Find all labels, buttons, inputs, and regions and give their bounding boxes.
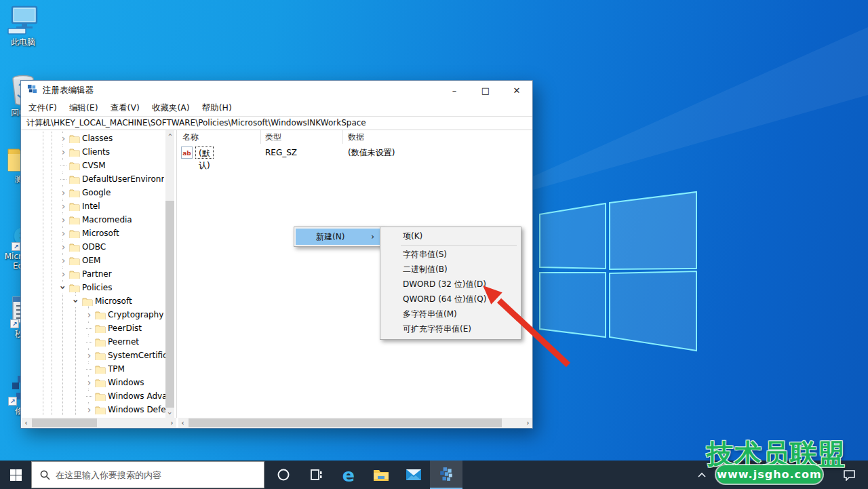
tree-leaf-stub <box>59 160 68 171</box>
edge-taskbar-button[interactable]: e <box>332 461 365 489</box>
tree-item[interactable]: Microsoft <box>21 227 165 240</box>
column-header-type[interactable]: 类型 <box>265 130 281 144</box>
tree-item[interactable]: PeerDist <box>21 321 165 335</box>
wallpaper-beam <box>533 27 868 190</box>
column-header-name[interactable]: 名称 <box>182 130 199 144</box>
chevron-right-icon[interactable] <box>85 309 94 320</box>
tree-item[interactable]: SystemCertifica <box>21 349 165 362</box>
column-header-data[interactable]: 数据 <box>348 130 364 144</box>
chevron-up-icon <box>698 472 706 477</box>
taskbar-search-box[interactable] <box>31 461 264 488</box>
tree-item[interactable]: DefaultUserEnvironr <box>21 172 165 186</box>
column-separator[interactable] <box>342 130 343 144</box>
menu-favorites[interactable]: 收藏夹(A) <box>146 102 196 114</box>
tree-item-label: DefaultUserEnvironr <box>82 172 164 186</box>
menu-edit[interactable]: 编辑(E) <box>63 102 104 114</box>
tree-horizontal-scrollbar[interactable]: ‹ › <box>22 418 176 428</box>
tree-item-label: Cryptography <box>108 308 163 321</box>
chevron-right-icon[interactable] <box>59 214 68 225</box>
value-name-text[interactable]: (默认) <box>195 146 214 159</box>
tree-item[interactable]: Clients <box>21 145 165 159</box>
tree-item-label: CVSM <box>82 159 106 172</box>
chevron-right-icon[interactable] <box>59 146 68 157</box>
file-explorer-button[interactable] <box>365 461 397 489</box>
tree-item[interactable]: Intel <box>21 199 165 213</box>
menu-file[interactable]: 文件(F) <box>22 102 63 114</box>
folder-icon <box>94 351 108 360</box>
menu-help[interactable]: 帮助(H) <box>196 102 238 114</box>
chevron-right-icon[interactable] <box>59 228 68 239</box>
chevron-right-icon[interactable] <box>85 350 94 361</box>
desktop-icon-label: 此电脑 <box>1 37 45 47</box>
pane-splitter[interactable] <box>176 130 177 418</box>
tree-item[interactable]: CVSM <box>21 159 165 172</box>
menu-view[interactable]: 查看(V) <box>104 102 146 114</box>
list-horizontal-scrollbar[interactable]: ‹ › <box>178 418 532 428</box>
tree-item[interactable]: Windows Defe <box>21 403 165 416</box>
context-menu: 新建(N) › <box>294 227 382 247</box>
tree-item[interactable]: OEM <box>21 254 165 267</box>
shortcut-arrow-icon: ↗ <box>12 242 20 251</box>
tree-leaf-stub <box>85 391 94 402</box>
scroll-up-icon[interactable]: › <box>165 130 174 139</box>
tree-item[interactable]: Windows Adva <box>21 389 165 403</box>
folder-icon <box>94 378 108 387</box>
chevron-right-icon[interactable] <box>59 201 68 212</box>
title-bar[interactable]: 注册表编辑器 – □ ✕ <box>21 81 532 100</box>
close-button[interactable]: ✕ <box>501 81 532 100</box>
chevron-down-icon[interactable] <box>59 282 68 293</box>
scrollbar-thumb[interactable] <box>165 201 174 408</box>
tree-vertical-scrollbar[interactable]: › › <box>165 130 174 418</box>
task-view-button[interactable] <box>300 461 332 489</box>
tree-item[interactable]: TPM <box>21 362 165 376</box>
scrollbar-thumb[interactable] <box>32 418 97 427</box>
minimize-button[interactable]: – <box>439 81 470 100</box>
chevron-right-icon[interactable] <box>59 255 68 266</box>
tree-item-label: Intel <box>82 199 100 213</box>
scroll-down-icon[interactable]: › <box>165 409 174 418</box>
mail-button[interactable] <box>397 461 430 489</box>
tree-item[interactable]: Windows <box>21 376 165 389</box>
address-bar[interactable]: 计算机\HKEY_LOCAL_MACHINE\SOFTWARE\Policies… <box>21 116 532 130</box>
tree-item[interactable]: Partner <box>21 267 165 281</box>
folder-icon <box>94 406 108 414</box>
folder-icon <box>68 175 82 184</box>
tree-item-label: TPM <box>108 362 125 376</box>
search-input[interactable] <box>56 470 245 480</box>
chevron-right-icon[interactable] <box>59 241 68 252</box>
scrollbar-thumb[interactable] <box>189 418 502 427</box>
search-icon <box>40 470 50 480</box>
chevron-right-icon[interactable] <box>85 404 94 415</box>
column-separator[interactable] <box>260 130 261 144</box>
chevron-down-icon[interactable] <box>72 296 81 307</box>
tree-item[interactable]: Microsoft <box>21 294 165 308</box>
folder-icon <box>68 148 82 157</box>
chevron-right-icon[interactable] <box>59 133 68 144</box>
folder-icon <box>68 270 82 279</box>
chevron-right-icon[interactable] <box>85 377 94 388</box>
registry-editor-taskbar-button[interactable] <box>430 461 462 489</box>
edge-icon: e <box>342 466 355 484</box>
tree-item-label: Macromedia <box>82 213 132 227</box>
tree-item-label: OEM <box>82 254 100 267</box>
menu-item-key[interactable]: 项(K) <box>380 229 521 243</box>
chevron-right-icon[interactable] <box>59 269 68 279</box>
tree-item[interactable]: Classes <box>21 132 165 145</box>
tree-item[interactable]: Cryptography <box>21 308 165 321</box>
chevron-right-icon[interactable] <box>59 187 68 198</box>
menu-item-new[interactable]: 新建(N) › <box>296 229 380 245</box>
folder-icon <box>68 189 82 197</box>
tree-item[interactable]: Policies <box>21 281 165 294</box>
folder-icon <box>68 161 82 170</box>
tree-item[interactable]: Peernet <box>21 335 165 349</box>
tree-item[interactable]: Macromedia <box>21 213 165 227</box>
tree-item[interactable]: Google <box>21 186 165 199</box>
cortana-button[interactable] <box>267 461 300 489</box>
desktop-icon-this-pc[interactable]: 此电脑 <box>1 3 45 47</box>
maximize-button[interactable]: □ <box>470 81 501 100</box>
menu-item-string-value[interactable]: 字符串值(S) <box>380 247 521 262</box>
tree-item-label: Windows <box>108 376 144 389</box>
tree-item-label: Windows Defe <box>108 403 165 416</box>
tree-item[interactable]: ODBC <box>21 240 165 254</box>
start-button[interactable] <box>0 461 31 489</box>
